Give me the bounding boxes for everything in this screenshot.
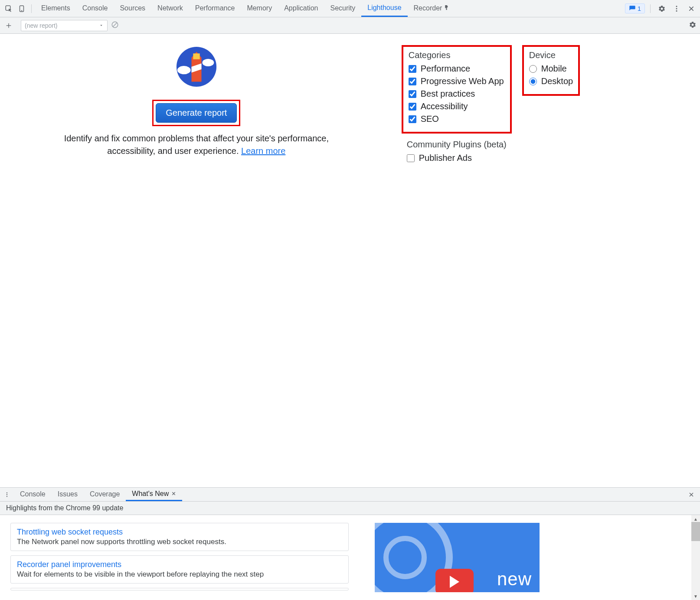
tab-application[interactable]: Application [278, 0, 324, 17]
drawer-tab-coverage[interactable]: Coverage [84, 488, 126, 501]
news-subtitle: Wait for elements to be visible in the v… [17, 570, 342, 579]
svg-point-4 [676, 6, 677, 7]
category-progressive-web-app[interactable]: Progressive Web App [409, 76, 505, 86]
news-card[interactable] [10, 588, 349, 590]
categories-group: Categories PerformanceProgressive Web Ap… [402, 45, 512, 134]
drawer-tab-console[interactable]: Console [14, 488, 52, 501]
svg-line-12 [113, 23, 117, 27]
news-list: Throttling web socket requestsThe Networ… [10, 523, 349, 592]
news-subtitle: The Network panel now supports throttlin… [17, 538, 342, 546]
close-devtools-icon[interactable] [685, 3, 697, 15]
issues-badge[interactable]: 1 [625, 3, 645, 13]
tab-lighthouse[interactable]: Lighthouse [361, 0, 407, 17]
svg-point-15 [202, 59, 214, 66]
drawer-tab-issues[interactable]: Issues [52, 488, 84, 501]
category-performance[interactable]: Performance [409, 64, 505, 74]
plugins-title: Community Plugins (beta) [407, 140, 507, 150]
categories-title: Categories [409, 50, 505, 60]
category-accessibility[interactable]: Accessibility [409, 101, 505, 111]
svg-point-6 [676, 10, 677, 11]
lighthouse-toolbar: (new report) [0, 17, 700, 34]
play-icon [435, 569, 474, 592]
whats-new-video[interactable]: new [375, 523, 540, 592]
svg-rect-3 [446, 8, 447, 10]
device-radio[interactable] [529, 65, 537, 73]
svg-point-19 [7, 492, 7, 493]
device-radio[interactable] [529, 78, 537, 85]
news-card[interactable]: Throttling web socket requestsThe Networ… [10, 523, 349, 551]
tab-performance[interactable]: Performance [189, 0, 241, 17]
scrollbar-track[interactable]: ▲ ▼ [691, 515, 700, 600]
svg-point-5 [676, 8, 677, 9]
report-select-label: (new report) [25, 22, 57, 29]
new-report-button[interactable] [3, 20, 14, 31]
report-select[interactable]: (new report) [21, 20, 108, 31]
community-plugins-group: Community Plugins (beta) Publisher Ads [402, 136, 512, 171]
lighthouse-panel: Generate report Identify and fix common … [0, 34, 700, 487]
news-card[interactable]: Recorder panel improvementsWait for elem… [10, 555, 349, 584]
drawer-tabs: ConsoleIssuesCoverageWhat's New [0, 488, 700, 502]
svg-point-20 [7, 494, 7, 495]
issues-count: 1 [638, 5, 641, 12]
highlights-heading: Highlights from the Chrome 99 update [0, 502, 700, 515]
tab-sources[interactable]: Sources [114, 0, 151, 17]
tab-console[interactable]: Console [76, 0, 114, 17]
news-title: Recorder panel improvements [17, 560, 342, 569]
news-title: Throttling web socket requests [17, 528, 342, 537]
plugin-checkbox[interactable] [407, 154, 415, 162]
tab-elements[interactable]: Elements [35, 0, 76, 17]
device-mobile[interactable]: Mobile [529, 64, 573, 74]
scrollbar-thumb[interactable] [691, 522, 700, 541]
drawer: ConsoleIssuesCoverageWhat's New Highligh… [0, 487, 700, 600]
scroll-down-icon[interactable]: ▼ [693, 593, 699, 599]
video-overlay-text: new [497, 569, 532, 590]
device-desktop[interactable]: Desktop [529, 76, 573, 86]
devtools-top-bar: ElementsConsoleSourcesNetworkPerformance… [0, 0, 700, 17]
category-checkbox[interactable] [409, 65, 416, 73]
clear-icon[interactable] [111, 21, 119, 30]
drawer-more-icon[interactable] [3, 490, 11, 499]
category-checkbox[interactable] [409, 78, 416, 85]
drawer-close-icon[interactable] [685, 489, 697, 501]
device-toggle-icon[interactable] [16, 3, 28, 15]
lighthouse-settings-gear-icon[interactable] [689, 21, 697, 29]
category-checkbox[interactable] [409, 103, 416, 111]
lighthouse-description: Identify and fix common problems that af… [58, 132, 335, 157]
learn-more-link[interactable]: Learn more [241, 146, 285, 156]
generate-report-button[interactable]: Generate report [156, 103, 237, 123]
tab-security[interactable]: Security [324, 0, 361, 17]
scroll-up-icon[interactable]: ▲ [693, 516, 699, 522]
device-group: Device MobileDesktop [522, 45, 580, 96]
top-tabs: ElementsConsoleSourcesNetworkPerformance… [35, 0, 455, 17]
settings-gear-icon[interactable] [656, 3, 668, 15]
device-title: Device [529, 50, 573, 60]
plugin-publisher-ads[interactable]: Publisher Ads [407, 153, 507, 163]
category-checkbox[interactable] [409, 115, 416, 123]
inspect-element-icon[interactable] [3, 3, 15, 15]
category-best-practices[interactable]: Best practices [409, 89, 505, 99]
category-checkbox[interactable] [409, 90, 416, 98]
tab-memory[interactable]: Memory [241, 0, 278, 17]
lighthouse-logo-icon [176, 46, 217, 88]
svg-point-14 [177, 66, 191, 74]
svg-point-21 [7, 496, 7, 496]
drawer-tab-what-s-new[interactable]: What's New [126, 488, 182, 501]
tab-recorder[interactable]: Recorder [408, 0, 456, 17]
close-tab-icon[interactable] [171, 490, 176, 498]
generate-report-highlight: Generate report [152, 100, 240, 126]
more-menu-icon[interactable] [671, 3, 683, 15]
category-seo[interactable]: SEO [409, 114, 505, 124]
svg-rect-17 [193, 53, 200, 59]
tab-network[interactable]: Network [151, 0, 189, 17]
